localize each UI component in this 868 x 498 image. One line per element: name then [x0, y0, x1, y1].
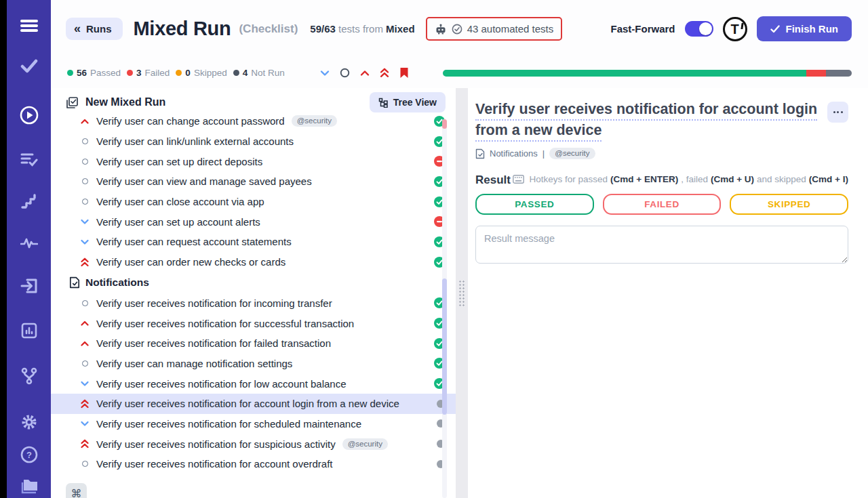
sidebar: ? T [7, 0, 51, 498]
progress-segment [806, 70, 826, 77]
svg-text:?: ? [26, 450, 32, 460]
failed-button[interactable]: FAILED [603, 194, 722, 215]
test-row[interactable]: Verify user receives notification for lo… [51, 373, 456, 394]
app-window: ? T « Runs Mixed Run (Checklist) 59/63 t… [0, 0, 868, 498]
test-row[interactable]: Verify user receives notification for ac… [51, 454, 456, 474]
projects-folder-icon[interactable] [19, 478, 39, 495]
circle-icon [80, 138, 90, 144]
automated-tests-badge: 43 automated tests [426, 17, 563, 41]
report-icon[interactable] [19, 323, 39, 339]
tag-badge: @security [292, 115, 337, 127]
test-row[interactable]: Verify user receives notification for ac… [51, 394, 456, 414]
checklist-icon[interactable] [19, 152, 39, 167]
run-name: New Mixed Run [85, 96, 165, 108]
test-list-panel: New Mixed Run Tree View Verify user can … [51, 88, 456, 498]
help-icon[interactable]: ? [19, 446, 39, 463]
suite-doc-icon [475, 148, 485, 159]
verdict-buttons: PASSEDFAILEDSKIPPED [475, 194, 848, 215]
scrollbar-thumb[interactable] [442, 278, 447, 415]
test-row[interactable]: Verify user receives notification for su… [51, 434, 456, 454]
test-row[interactable]: Verify user receives notification for su… [51, 313, 456, 333]
suite-header[interactable]: Notifications [51, 272, 456, 293]
test-title: Verify user receives notification for fa… [96, 337, 331, 349]
chevron-up-filter-icon[interactable] [360, 70, 370, 77]
finish-run-button[interactable]: Finish Run [757, 16, 852, 41]
priority-filter-icons [320, 67, 409, 79]
chevron-down-icon [80, 217, 90, 226]
circle-icon [80, 360, 90, 367]
test-row[interactable]: Verify user can manage notification sett… [51, 354, 456, 374]
more-options-button[interactable] [827, 102, 848, 123]
menu-icon[interactable] [19, 19, 39, 33]
tag-badge[interactable]: @security [549, 148, 595, 159]
ellipsis-icon [833, 111, 843, 113]
test-row[interactable]: Verify user can order new checks or card… [51, 252, 456, 272]
double-chevron-up-filter-icon[interactable] [380, 68, 389, 78]
settings-gear-icon[interactable] [19, 413, 39, 431]
status-dot [233, 70, 239, 76]
test-title[interactable]: Verify user receives notification for ac… [475, 99, 818, 141]
test-title: Verify user can set up account alerts [96, 216, 260, 228]
panel-resizer[interactable] [456, 88, 468, 498]
test-title: Verify user can order new checks or card… [96, 256, 285, 268]
test-row[interactable]: Verify user can view and manage saved pa… [51, 171, 456, 192]
play-circle-icon[interactable] [19, 106, 39, 125]
result-message-input[interactable] [475, 226, 848, 264]
steps-icon[interactable] [19, 194, 39, 209]
test-title: Verify user receives notification for in… [96, 297, 332, 309]
brand-logo[interactable]: T [723, 17, 747, 41]
branch-icon[interactable] [19, 367, 39, 385]
test-meta: Notifications | @security [475, 148, 848, 159]
back-to-runs-button[interactable]: « Runs [66, 18, 123, 40]
test-title: Verify user can set up direct deposits [96, 156, 262, 167]
test-row[interactable]: Verify user can close account via app [51, 192, 456, 212]
command-key-hint[interactable]: ⌘ [66, 483, 87, 498]
circle-icon [80, 461, 90, 467]
check-circle-icon [452, 24, 462, 35]
progress-segment [826, 70, 852, 77]
sign-in-icon[interactable] [19, 278, 39, 294]
status-counts: 56Passed3Failed0Skipped4Not Run [67, 68, 285, 78]
bookmark-icon[interactable] [399, 67, 409, 79]
fast-forward-label: Fast-Forward [610, 23, 675, 35]
stat-passed: 56Passed [67, 68, 121, 78]
skipped-button[interactable]: SKIPPED [730, 194, 848, 215]
circle-filter-icon[interactable] [340, 68, 350, 78]
test-row[interactable]: Verify user can set up direct deposits [51, 151, 456, 171]
test-row[interactable]: Verify user receives notification for fa… [51, 333, 456, 354]
chevron-down-filter-icon[interactable] [320, 70, 330, 77]
suite-name: Notifications [85, 276, 149, 289]
test-row[interactable]: Verify user can link/unlink external acc… [51, 131, 456, 152]
chevron-down-icon [80, 238, 90, 246]
test-list: Verify user can change account password@… [51, 111, 456, 474]
test-row[interactable]: Verify user receives notification for in… [51, 293, 456, 314]
double-chevron-left-icon: « [74, 24, 81, 33]
test-title: Verify user receives notification for su… [96, 438, 336, 450]
test-title: Verify user receives notification for ac… [96, 458, 333, 470]
suite-doc-icon [69, 276, 80, 289]
check-icon[interactable] [19, 58, 39, 73]
status-dot [176, 70, 182, 76]
test-title: Verify user can change account password [96, 115, 285, 127]
chevron-down-icon [80, 379, 90, 388]
robot-icon [435, 24, 447, 35]
run-summary-bar: 56Passed3Failed0Skipped4Not Run [51, 58, 868, 88]
test-title: Verify user receives notification for ac… [96, 398, 399, 409]
test-row[interactable]: Verify user can set up account alerts [51, 211, 456, 232]
circle-icon [80, 178, 90, 184]
passed-button[interactable]: PASSED [475, 194, 594, 215]
test-row[interactable]: Verify user can change account password@… [51, 111, 456, 131]
test-title: Verify user can request account statemen… [96, 236, 292, 247]
chevron-up-icon [80, 117, 90, 125]
keyboard-icon [513, 175, 524, 184]
list-scrollbar[interactable] [442, 119, 447, 498]
test-row[interactable]: Verify user receives notification for sc… [51, 414, 456, 434]
double-chevron-up-icon [80, 399, 90, 409]
test-title: Verify user receives notification for su… [96, 318, 354, 329]
fast-forward-toggle[interactable] [685, 21, 713, 37]
activity-icon[interactable] [19, 237, 39, 249]
suite-name[interactable]: Notifications [490, 148, 538, 159]
test-row[interactable]: Verify user can request account statemen… [51, 232, 456, 252]
page-title: Mixed Run [134, 18, 231, 40]
tree-view-button[interactable]: Tree View [370, 92, 446, 112]
